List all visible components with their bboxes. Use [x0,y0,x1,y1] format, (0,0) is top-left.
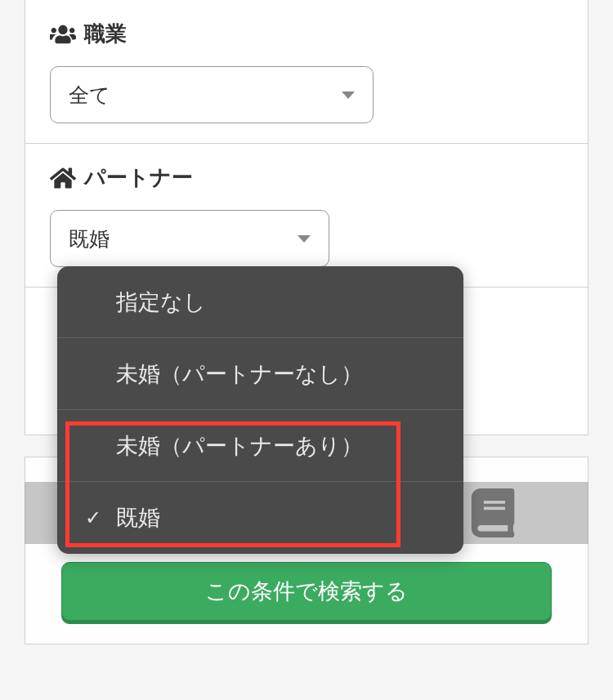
occupation-label-text: 職業 [84,20,127,48]
occupation-select[interactable]: 全て [50,66,374,123]
chevron-down-icon [342,91,355,99]
search-submit-button[interactable]: この条件で検索する [61,562,552,621]
chevron-down-icon [298,235,311,243]
partner-dropdown-menu: 指定なし 未婚（パートナーなし） 未婚（パートナーあり） ✓ 既婚 [57,266,463,554]
dropdown-option-label: 既婚 [116,503,160,533]
partner-selected-value: 既婚 [69,225,110,252]
dropdown-option-label: 未婚（パートナーなし） [116,359,363,389]
occupation-selected-value: 全て [69,82,110,109]
dropdown-option-label: 指定なし [116,288,206,317]
partner-select[interactable]: 既婚 [50,210,329,267]
occupation-label: 職業 [25,20,588,48]
partner-label: パートナー [25,163,588,192]
users-icon [50,21,76,47]
partner-label-text: パートナー [84,163,193,192]
dropdown-option-single-with-partner[interactable]: 未婚（パートナーあり） [57,410,463,482]
search-button-label: この条件で検索する [205,577,408,606]
dropdown-option-married[interactable]: ✓ 既婚 [57,482,463,554]
dropdown-option-single-no-partner[interactable]: 未婚（パートナーなし） [57,338,463,410]
check-icon: ✓ [85,506,106,529]
home-icon [50,165,76,191]
dropdown-option-none[interactable]: 指定なし [57,266,463,338]
occupation-section: 職業 全て [25,0,588,144]
dropdown-option-label: 未婚（パートナーあり） [116,431,363,461]
